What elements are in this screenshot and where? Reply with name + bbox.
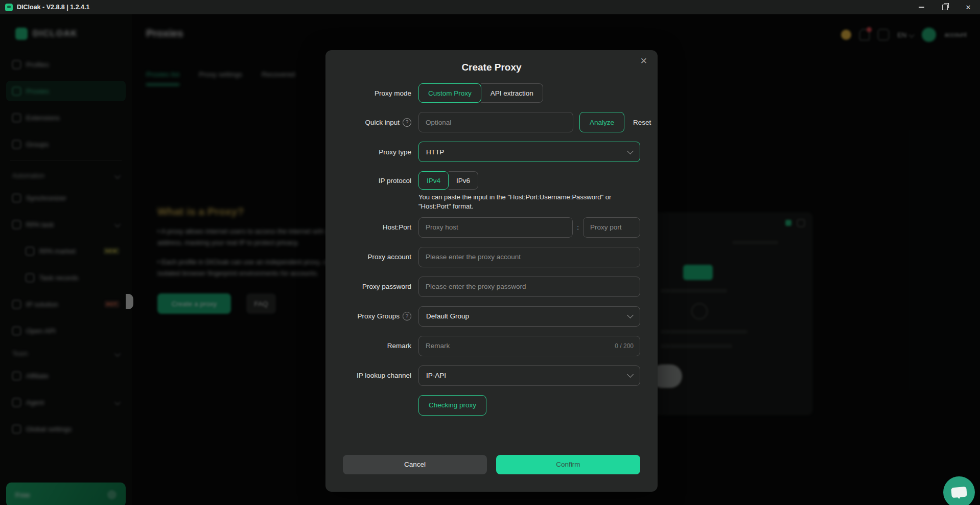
quick-input-label: Quick input ? [343, 118, 418, 127]
chat-bubble-icon [951, 487, 967, 498]
app-logo-icon [5, 4, 13, 11]
minimize-button[interactable] [909, 0, 933, 14]
remark-field[interactable] [418, 336, 640, 356]
ip-lookup-value: IP-API [426, 372, 446, 379]
support-chat-button[interactable] [943, 476, 975, 505]
proxy-port-field[interactable] [583, 217, 640, 238]
restore-down-icon [942, 5, 948, 10]
create-proxy-modal: Create Proxy ✕ Proxy mode Custom Proxy A… [325, 50, 658, 492]
proxy-mode-row: Proxy mode Custom Proxy API extraction [343, 83, 640, 103]
proxy-groups-row: Proxy Groups ? Default Group [343, 306, 640, 327]
cancel-button[interactable]: Cancel [343, 455, 487, 474]
host-port-separator: : [577, 223, 579, 231]
proxy-type-label: Proxy type [343, 148, 418, 156]
titlebar: DICloak - V2.8.8 | 1.2.4.1 ✕ [0, 0, 980, 14]
proxy-type-select[interactable]: HTTP [418, 142, 640, 162]
proxy-mode-label: Proxy mode [343, 89, 418, 97]
modal-title: Create Proxy [325, 50, 658, 74]
proxy-mode-custom-option[interactable]: Custom Proxy [418, 83, 481, 103]
reset-button[interactable]: Reset [633, 119, 651, 126]
chevron-down-icon [627, 148, 634, 154]
host-port-hint: You can paste the input in the "Host:Por… [418, 193, 640, 211]
app-window: DICloak - V2.8.8 | 1.2.4.1 ✕ DICLOAK Pro… [0, 0, 980, 505]
help-icon[interactable]: ? [403, 312, 411, 320]
proxy-type-row: Proxy type HTTP [343, 142, 640, 162]
create-proxy-form: Proxy mode Custom Proxy API extraction Q… [325, 74, 658, 416]
ip-protocol-row: IP protocol IPv4 IPv6 [343, 171, 640, 190]
analyze-button[interactable]: Analyze [579, 112, 624, 132]
ip-lookup-select[interactable]: IP-API [418, 365, 640, 386]
proxy-groups-select[interactable]: Default Group [418, 306, 640, 327]
chevron-down-icon [627, 372, 634, 378]
check-proxy-row: Checking proxy [418, 395, 640, 416]
modal-close-button[interactable]: ✕ [640, 57, 647, 65]
quick-input-field[interactable] [418, 112, 573, 132]
app-title: DICloak - V2.8.8 | 1.2.4.1 [17, 4, 89, 11]
window-controls: ✕ [909, 0, 980, 14]
proxy-password-label: Proxy password [343, 283, 418, 290]
help-icon[interactable]: ? [403, 118, 411, 127]
remark-label: Remark [343, 342, 418, 350]
ip-lookup-label: IP lookup channel [343, 372, 418, 379]
proxy-host-field[interactable] [418, 217, 573, 238]
ip-protocol-segmented: IPv4 IPv6 [418, 171, 478, 190]
proxy-groups-label: Proxy Groups ? [343, 312, 418, 320]
close-window-button[interactable]: ✕ [956, 0, 980, 14]
proxy-mode-segmented: Custom Proxy API extraction [418, 83, 543, 103]
proxy-groups-label-text: Proxy Groups [357, 312, 400, 320]
host-port-label: Host:Port [343, 223, 418, 231]
minimize-icon [919, 7, 924, 8]
hint-line-1: You can paste the input in the "Host:Por… [418, 193, 640, 202]
ipv6-option[interactable]: IPv6 [449, 171, 478, 190]
quick-input-label-text: Quick input [365, 119, 400, 126]
proxy-groups-value: Default Group [426, 312, 469, 320]
ip-lookup-row: IP lookup channel IP-API [343, 365, 640, 386]
close-icon: ✕ [966, 4, 971, 11]
proxy-password-row: Proxy password [343, 277, 640, 297]
checking-proxy-button[interactable]: Checking proxy [418, 395, 486, 416]
chevron-down-icon [627, 312, 634, 319]
proxy-password-field[interactable] [418, 277, 640, 297]
proxy-account-label: Proxy account [343, 253, 418, 261]
ipv4-option[interactable]: IPv4 [418, 171, 449, 190]
modal-footer: Cancel Confirm [325, 455, 658, 474]
confirm-button[interactable]: Confirm [496, 455, 640, 474]
ip-protocol-label: IP protocol [343, 177, 418, 185]
proxy-type-value: HTTP [426, 148, 444, 156]
restore-button[interactable] [933, 0, 956, 14]
proxy-account-field[interactable] [418, 247, 640, 267]
hint-line-2: "Host:Port" format. [418, 202, 640, 211]
quick-input-row: Quick input ? Analyze Reset [343, 112, 640, 132]
remark-counter: 0 / 200 [615, 342, 634, 350]
host-port-row: Host:Port : [343, 217, 640, 238]
proxy-mode-api-option[interactable]: API extraction [481, 83, 543, 103]
remark-row: Remark 0 / 200 [343, 336, 640, 356]
proxy-account-row: Proxy account [343, 247, 640, 267]
